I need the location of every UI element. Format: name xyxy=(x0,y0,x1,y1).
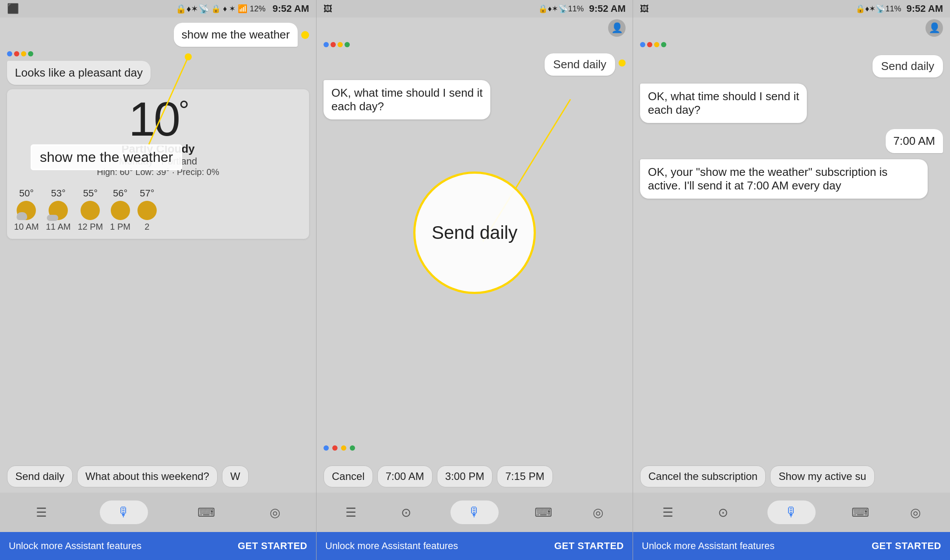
dot-green-2 xyxy=(345,42,350,47)
user-reply-row-3: 7:00 AM xyxy=(640,129,943,153)
dot-blue-3 xyxy=(640,42,645,47)
bottom-toolbar-2: ☰ ⊙ 🎙 ⌨ ◎ xyxy=(317,493,633,532)
dot-green-3 xyxy=(661,42,666,47)
assistant-question-text-2: OK, what time should I send it each day? xyxy=(331,86,482,113)
hourly-row-1: 50° 10 AM 53° 11 AM 55° xyxy=(14,188,302,232)
hourly-time-3: 1 PM xyxy=(110,222,130,232)
bottom-toolbar-1: ☰ 🎙 ⌨ ◎ xyxy=(0,493,316,532)
mic-icon-2: 🎙 xyxy=(468,505,481,520)
hourly-time-2: 12 PM xyxy=(77,222,103,232)
hourly-icon-4 xyxy=(137,201,157,220)
chip-send-daily-1[interactable]: Send daily xyxy=(7,466,73,487)
time-3: 9:52 AM xyxy=(906,3,943,14)
hourly-temp-2: 55° xyxy=(83,188,98,199)
chip-show-active-3[interactable]: Show my active su xyxy=(770,466,874,487)
hourly-time-1: 11 AM xyxy=(46,222,71,232)
mic-button-3[interactable]: 🎙 xyxy=(767,500,816,524)
compass-icon-1[interactable]: ◎ xyxy=(264,502,285,523)
compass-icon-2[interactable]: ◎ xyxy=(588,502,609,523)
keyboard-icon-1[interactable]: ⌨ xyxy=(196,502,217,523)
assistant-confirm-text-3: OK, your "show me the weather" subscript… xyxy=(648,165,887,192)
phone-panel-3: 🖼 🔒♦✶📡11% 9:52 AM 👤 Send daily OK, what … xyxy=(633,0,950,560)
chat-area-1: show me the weather Looks like a pleasan… xyxy=(0,18,316,460)
send-daily-row-3: Send daily xyxy=(640,55,943,77)
banner-text-1: Unlock more Assistant features xyxy=(9,540,141,552)
phone-panel-1: ⬛ 🔒♦✶📡 🔒 ♦ ✶ 📶 12% 9:52 AM show me the w… xyxy=(0,0,317,560)
dot-yellow-2 xyxy=(338,42,343,47)
assistant-question-text-3: OK, what time should I send it each day? xyxy=(648,90,799,116)
weather-temp-1: 10° xyxy=(129,96,187,142)
dot-blue-1 xyxy=(7,51,12,56)
mic-icon-3: 🎙 xyxy=(785,505,798,520)
assistant-question-2: OK, what time should I send it each day? xyxy=(324,80,490,119)
chip-cancel-2[interactable]: Cancel xyxy=(324,466,373,487)
chips-row-1: Send daily What about this weekend? W xyxy=(0,460,316,493)
assistant-confirm-3: OK, your "show me the weather" subscript… xyxy=(640,159,928,199)
status-bar-left-2: 🖼 xyxy=(324,4,332,14)
hourly-item-3: 56° 1 PM xyxy=(110,188,130,232)
time-1: 9:52 AM xyxy=(272,3,309,14)
assistant-greeting-1: Looks like a pleasant day xyxy=(7,61,151,85)
keyboard-icon-3[interactable]: ⌨ xyxy=(850,502,871,523)
hourly-item-2: 55° 12 PM xyxy=(77,188,103,232)
hourly-item-0: 50° 10 AM xyxy=(14,188,39,232)
lens-icon-2[interactable]: ⊙ xyxy=(395,502,416,523)
banner-1: Unlock more Assistant features GET START… xyxy=(0,532,316,560)
assistant-question-3: OK, what time should I send it each day? xyxy=(640,84,807,123)
menu-icon-1[interactable]: ☰ xyxy=(31,502,52,523)
send-daily-row-2: Send daily xyxy=(324,53,626,76)
chat-area-2: Send daily OK, what time should I send i… xyxy=(317,40,633,460)
dot-blue-2 xyxy=(324,42,329,47)
hourly-temp-3: 56° xyxy=(113,188,127,199)
yellow-dot-2 xyxy=(619,60,626,66)
dot-green-1 xyxy=(28,51,33,56)
hourly-icon-3 xyxy=(111,201,130,220)
mic-button-2[interactable]: 🎙 xyxy=(450,500,499,524)
big-circle-text-2: Send daily xyxy=(432,222,517,243)
dot-yellow-1 xyxy=(21,51,26,56)
hourly-time-4: 2 xyxy=(144,222,149,232)
hourly-temp-4: 57° xyxy=(140,188,154,199)
assistant-logo-2 xyxy=(324,42,626,47)
menu-icon-2[interactable]: ☰ xyxy=(341,502,362,523)
banner-cta-3[interactable]: GET STARTED xyxy=(872,540,941,552)
banner-cta-2[interactable]: GET STARTED xyxy=(554,540,624,552)
status-bar-left-3: 🖼 xyxy=(640,4,649,14)
banner-cta-1[interactable]: GET STARTED xyxy=(238,540,307,552)
hourly-temp-0: 50° xyxy=(19,188,34,199)
chip-weekend-1[interactable]: What about this weekend? xyxy=(77,466,218,487)
hourly-time-0: 10 AM xyxy=(14,222,39,232)
chips-row-2: Cancel 7:00 AM 3:00 PM 7:15 PM xyxy=(317,460,633,493)
profile-icon-3: 👤 xyxy=(925,19,943,37)
banner-text-3: Unlock more Assistant features xyxy=(642,540,774,552)
send-daily-bubble-2: Send daily xyxy=(545,53,615,76)
banner-text-2: Unlock more Assistant features xyxy=(325,540,458,552)
menu-icon-3[interactable]: ☰ xyxy=(657,502,678,523)
time-2: 9:52 AM xyxy=(589,3,626,14)
battery-icons-3: 🔒♦✶📡11% xyxy=(855,4,901,14)
typing-dot-red-2 xyxy=(332,445,338,451)
typing-dot-yellow-2 xyxy=(341,445,346,451)
status-bar-3: 🖼 🔒♦✶📡11% 9:52 AM xyxy=(633,0,950,18)
app-icon-2: 🖼 xyxy=(324,4,332,14)
hourly-icon-2 xyxy=(81,201,100,220)
status-bar-right-2: 🔒♦✶📡11% 9:52 AM xyxy=(538,3,626,14)
keyboard-icon-2[interactable]: ⌨ xyxy=(533,502,554,523)
mic-icon-1: 🎙 xyxy=(117,505,130,520)
status-bar-left-1: ⬛ xyxy=(7,3,19,14)
compass-icon-3[interactable]: ◎ xyxy=(905,502,926,523)
chip-cancel-sub-3[interactable]: Cancel the subscription xyxy=(640,466,766,487)
mic-button-1[interactable]: 🎙 xyxy=(100,500,148,524)
chip-3pm-2[interactable]: 3:00 PM xyxy=(437,466,493,487)
chip-715pm-2[interactable]: 7:15 PM xyxy=(497,466,552,487)
bottom-toolbar-3: ☰ ⊙ 🎙 ⌨ ◎ xyxy=(633,493,950,532)
chip-7am-2[interactable]: 7:00 AM xyxy=(377,466,433,487)
app-icon-1: ⬛ xyxy=(7,3,19,14)
profile-icon-2: 👤 xyxy=(608,19,626,37)
lens-icon-3[interactable]: ⊙ xyxy=(712,502,733,523)
app-icon-3: 🖼 xyxy=(640,4,649,14)
hourly-item-1: 53° 11 AM xyxy=(46,188,71,232)
typing-dots-2 xyxy=(324,441,626,455)
send-daily-bubble-3: Send daily xyxy=(873,55,943,77)
chip-more-1[interactable]: W xyxy=(222,466,249,487)
